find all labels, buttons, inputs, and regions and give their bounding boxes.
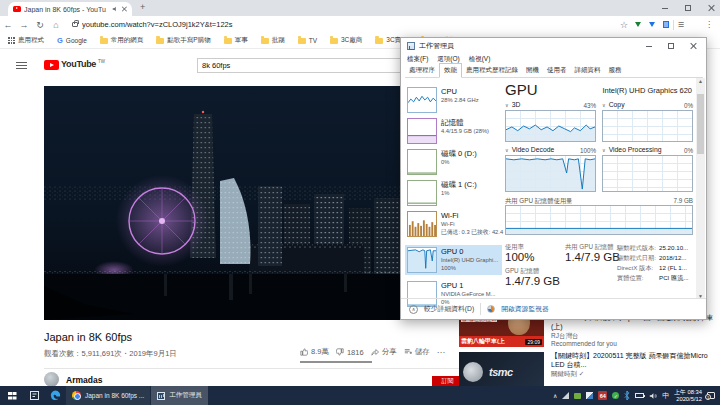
share-button[interactable]: 分享 — [371, 347, 397, 357]
edge-button[interactable] — [44, 386, 66, 405]
scroll-up-icon[interactable]: ▲ — [698, 78, 703, 84]
bookmark-star-icon[interactable]: ☆ — [617, 20, 631, 30]
tab-processes[interactable]: 處理程序 — [405, 64, 439, 77]
extension-download-green-icon[interactable] — [631, 21, 645, 28]
forward-icon[interactable]: → — [16, 20, 32, 30]
reload-icon[interactable]: ↻ — [32, 20, 48, 30]
bookmark-folder[interactable]: 軍事 — [224, 36, 248, 45]
hamburger-menu-icon[interactable] — [16, 62, 27, 69]
pinned-app-icon[interactable] — [24, 386, 44, 405]
signal-icon[interactable] — [562, 392, 569, 399]
tab-details[interactable]: 詳細資料 — [571, 64, 605, 77]
dislike-count: 1816 — [347, 348, 364, 357]
hidden-icons-chevron-icon[interactable]: ∧ — [553, 392, 557, 399]
perf-item-disk1[interactable]: 磁碟 1 (C:)1% — [405, 178, 502, 208]
bookmark-item-google[interactable]: GGoogle — [57, 36, 87, 45]
chart-label-video-decode[interactable]: ∨Video Decode — [505, 146, 554, 153]
maximize-icon[interactable] — [685, 5, 691, 11]
perf-item-memory[interactable]: 記憶體4.4/15.9 GB (28%) — [405, 116, 502, 146]
taskbar-button-label: Japan in 8K 60fps ... — [85, 392, 144, 399]
battery-icon[interactable] — [635, 393, 644, 398]
chart-value-3d: 43% — [551, 102, 596, 109]
like-button[interactable]: 8.9萬 — [300, 347, 329, 357]
bookmark-folder[interactable]: 常用的網頁 — [100, 36, 144, 45]
recommended-title-2[interactable]: 【關鍵時刻】20200511 完整版 蘋果砸百億搶Micro LED 台積... — [551, 351, 715, 369]
tab-app-history[interactable]: 應用程式歷程記錄 — [462, 64, 522, 77]
open-resource-monitor-link[interactable]: 開啟資源監視器 — [501, 304, 549, 314]
perf-item-disk0[interactable]: 磁碟 0 (D:)0% — [405, 147, 502, 177]
perf-item-wifi[interactable]: Wi-FiWi-Fi已傳送: 0.3 已接收: 42.4 — [405, 209, 502, 239]
scrollbar-thumb[interactable] — [697, 94, 704, 154]
video-frame-cityscape — [44, 86, 460, 320]
browser-tab[interactable]: Japan in 8K 60fps - YouTu — [8, 2, 132, 16]
browser-menu-icon[interactable]: ⋮ — [702, 20, 716, 29]
tab-title: Japan in 8K 60fps - YouTu — [24, 6, 109, 13]
start-button[interactable] — [0, 386, 24, 405]
bookmark-item-apps[interactable]: 應用程式 — [8, 36, 44, 45]
perf-item-gpu0[interactable]: GPU 0Intel(R) UHD Graphi...100% — [405, 245, 502, 275]
maximize-icon[interactable] — [668, 43, 674, 49]
new-tab-icon[interactable]: + — [140, 2, 145, 12]
intel-graphics-icon[interactable] — [586, 392, 593, 399]
nvidia-icon[interactable] — [574, 393, 581, 399]
back-icon[interactable]: ← — [0, 20, 16, 30]
minimize-icon[interactable] — [646, 43, 652, 49]
volume-icon[interactable] — [649, 392, 657, 400]
url-text[interactable]: youtube.com/watch?v=zCLOJ9j1k2Y&t=122s — [82, 20, 617, 29]
home-icon[interactable]: ⌂ — [48, 20, 64, 30]
recommended-channel-2[interactable]: 關鍵時刻 ✓ — [551, 370, 584, 379]
clock-time: 上午 08:34 — [674, 389, 702, 395]
taskbar-button-task-manager[interactable]: 工作管理員 — [151, 386, 208, 405]
lock-icon[interactable] — [72, 22, 78, 27]
tab-performance[interactable]: 效能 — [439, 63, 462, 78]
screen: Japan in 8K 60fps - YouTu + ← → ↻ ⌂ yout… — [0, 0, 720, 405]
bluetooth-icon[interactable] — [624, 391, 630, 400]
ime-indicator[interactable]: 中 — [662, 391, 669, 401]
system-tray: ∧ 64 ✓ 中 上午 08:34 2020/5/12 1 — [553, 389, 720, 403]
tab-close-icon[interactable] — [122, 7, 127, 12]
save-button[interactable]: 儲存 — [404, 347, 430, 357]
duration-badge: 29:09 — [525, 339, 542, 345]
close-icon[interactable] — [690, 43, 696, 49]
folder-icon — [100, 38, 108, 44]
aida64-badge[interactable]: 64 — [598, 391, 607, 400]
taskbar-clock[interactable]: 上午 08:34 2020/5/12 — [674, 389, 702, 403]
task-manager-titlebar[interactable]: 工作管理員 — [401, 38, 706, 53]
window-controls — [646, 43, 696, 49]
video-player[interactable] — [44, 86, 460, 320]
extension-pages-icon[interactable] — [659, 21, 673, 29]
browser-tab-bar: Japan in 8K 60fps - YouTu + — [0, 0, 720, 16]
dislike-button[interactable]: 1816 — [336, 348, 364, 357]
bookmark-folder[interactable]: 3C廠商 — [330, 36, 362, 45]
more-icon[interactable]: ⋯ — [437, 348, 445, 357]
bookmark-folder[interactable]: 點歌手寫P購物 — [156, 36, 210, 45]
chart-label-copy[interactable]: ∨Copy — [602, 101, 625, 108]
close-icon[interactable] — [708, 5, 714, 11]
taskbar-button-chrome[interactable]: Japan in 8K 60fps ... — [66, 386, 150, 405]
menu-view[interactable]: 檢視(V) — [469, 55, 491, 64]
gpu-name: Intel(R) UHD Graphics 620 — [602, 86, 692, 95]
tab-services[interactable]: 服務 — [605, 64, 626, 77]
reading-list-icon[interactable]: ☰ — [674, 21, 688, 29]
minimize-icon[interactable] — [662, 5, 668, 11]
channel-avatar[interactable] — [44, 372, 59, 387]
youtube-logo[interactable]: YouTube TW — [44, 59, 105, 70]
antivirus-icon[interactable]: ✓ — [612, 392, 619, 399]
menu-file[interactable]: 檔案(F) — [407, 55, 428, 64]
perf-item-cpu[interactable]: CPU28% 2.84 GHz — [405, 85, 502, 115]
utilization-value: 100% — [505, 251, 534, 263]
like-count: 8.9萬 — [311, 347, 329, 357]
action-center-icon[interactable]: 1 — [707, 392, 715, 399]
channel-name[interactable]: Armadas — [66, 375, 102, 385]
extension-download-blue-icon[interactable] — [645, 21, 659, 28]
tab-audio-icon[interactable] — [112, 6, 118, 12]
tab-users[interactable]: 使用者 — [543, 64, 571, 77]
channel-text: 關鍵時刻 — [551, 370, 577, 377]
tab-startup[interactable]: 開機 — [522, 64, 543, 77]
edge-icon — [50, 390, 61, 401]
chart-label-3d[interactable]: ∨3D — [505, 101, 520, 108]
fewer-details-button[interactable]: 較少詳細資料(D) — [424, 304, 474, 314]
bookmark-folder[interactable]: TV — [298, 37, 317, 44]
bookmark-folder[interactable]: 批踢 — [261, 36, 285, 45]
physical-location-label: 實體位置: — [617, 274, 643, 283]
